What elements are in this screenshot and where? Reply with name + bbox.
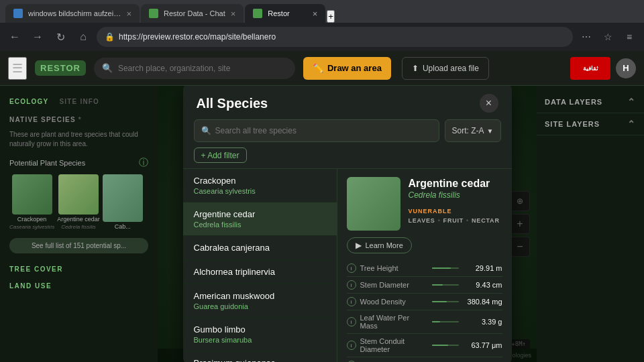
stat-bar-2 xyxy=(432,301,459,302)
species-list-item-4[interactable]: American muskwood Guarea guidonia xyxy=(183,284,337,318)
home-button[interactable]: ⌂ xyxy=(74,27,93,46)
logo-area: RESTOR xyxy=(35,60,86,76)
app-container: ☰ RESTOR 🔍 ✏️ Draw an area ⬆ Upload area… xyxy=(0,51,644,362)
species-list-item-6[interactable]: Brosimum guianense xyxy=(183,351,337,362)
species-thumb-label-1: Crackopen xyxy=(17,216,47,223)
draw-area-button[interactable]: ✏️ Draw an area xyxy=(303,57,391,80)
species-sci-5: Bursera simaruba xyxy=(194,336,326,344)
tree-cover-title: TREE COVER xyxy=(0,259,158,276)
modal-search-row: 🔍 Sort: Z-A ▼ xyxy=(183,119,512,147)
tab-close-2[interactable]: × xyxy=(231,9,236,19)
stat-row-4: i Stem Conduit Diameter 63.77 μm xyxy=(347,334,502,357)
stat-value-0: 29.91 m xyxy=(466,264,502,272)
sort-dropdown[interactable]: Sort: Z-A ▼ xyxy=(445,119,501,142)
species-tag-sep-1: • xyxy=(466,217,469,224)
modal-header: All Species × xyxy=(183,86,512,119)
species-list-item-1[interactable]: Argentine cedar Cedrela fissilis xyxy=(183,202,337,236)
modal-body: Crackopen Casearia sylvestris Argentine … xyxy=(183,168,512,362)
upload-area-button[interactable]: ⬆ Upload area file xyxy=(402,57,489,80)
species-info: Argentine cedar Cedrela fissilis VUNERAB… xyxy=(409,177,502,231)
species-thumb-item-1: Crackopen Casearia sylvestris xyxy=(9,174,54,230)
species-thumb-label-3: Cab... xyxy=(115,223,131,230)
header-search[interactable]: 🔍 xyxy=(94,58,295,79)
potential-species-info-icon[interactable]: ⓘ xyxy=(139,157,148,169)
see-full-list-btn[interactable]: See full list of 151 potential sp... xyxy=(9,238,148,253)
extensions-button[interactable]: ⋯ xyxy=(577,27,596,46)
browser-tabs: windows bildschirm aufzeich... × Restor … xyxy=(0,0,644,23)
stat-row-3: i Leaf Water Per Mass 3.39 g xyxy=(347,310,502,334)
species-status-badge: VUNERABLE xyxy=(409,208,452,215)
bookmark-button[interactable]: ☆ xyxy=(598,27,617,46)
map-area[interactable]: Google ⊕ + − 8.540, -83.325 +8M↑ Kartend… xyxy=(158,86,537,362)
tab-close-1[interactable]: × xyxy=(126,9,131,19)
url-text: https://preview.restor.eco/map/site/bell… xyxy=(119,32,276,42)
native-species-desc: These are plant and tree species that co… xyxy=(0,127,158,154)
browser-tab-3[interactable]: Restor × xyxy=(245,4,325,23)
modal-close-button[interactable]: × xyxy=(480,94,498,113)
pencil-icon: ✏️ xyxy=(313,63,323,73)
species-thumb-label-2: Argentine cedar xyxy=(57,216,100,223)
menu-button[interactable]: ≡ xyxy=(620,27,639,46)
site-layers-item[interactable]: SITE LAYERS ⌃ xyxy=(537,113,644,135)
add-filter-button[interactable]: + Add filter xyxy=(194,147,247,163)
tab-label-2: Restor Data - Chat xyxy=(164,9,225,17)
lock-icon: 🔒 xyxy=(105,32,115,42)
modal-search-input[interactable] xyxy=(215,126,432,135)
hamburger-button[interactable]: ☰ xyxy=(8,57,27,80)
reload-button[interactable]: ↻ xyxy=(51,27,70,46)
species-tag-0: LEAVES xyxy=(409,217,435,224)
stat-value-3: 3.39 g xyxy=(466,318,502,326)
species-thumb-sci-1: Casearia sylvestris xyxy=(9,224,54,230)
potential-species-label: Potential Plant Species xyxy=(9,159,85,167)
chevron-down-icon: ▼ xyxy=(487,127,494,135)
species-thumbnail-1 xyxy=(12,174,52,215)
back-button[interactable]: ← xyxy=(5,27,24,46)
stat-info-icon-4: i xyxy=(347,341,356,350)
stat-value-4: 63.77 μm xyxy=(466,341,502,349)
address-bar[interactable]: 🔒 https://preview.restor.eco/map/site/be… xyxy=(97,27,573,47)
app-body: ECOLOGY SITE INFO NATIVE SPECIES * These… xyxy=(0,86,644,362)
species-thumb-sci-2: Cedrela fissilis xyxy=(61,224,96,230)
species-common-2: Cabralea canjerana xyxy=(194,243,326,253)
stat-info-icon-2: i xyxy=(347,297,356,306)
learn-more-label: Learn More xyxy=(366,241,403,249)
species-thumb-item-2: Argentine cedar Cedrela fissilis xyxy=(57,174,100,230)
species-list-item-5[interactable]: Gumbo limbo Bursera simaruba xyxy=(183,318,337,351)
learn-more-icon: ▶ xyxy=(356,241,362,250)
browser-tab-2[interactable]: Restor Data - Chat × xyxy=(141,4,244,23)
stat-info-icon-3: i xyxy=(347,317,356,326)
species-common-6: Brosimum guianense xyxy=(194,358,326,362)
native-species-title: NATIVE SPECIES * xyxy=(0,112,158,127)
stat-label-1: Stem Diameter xyxy=(360,281,428,289)
user-avatar[interactable]: H xyxy=(616,58,636,78)
ecology-tab[interactable]: ECOLOGY xyxy=(9,98,48,105)
stat-bar-fill-2 xyxy=(432,301,447,302)
data-layers-item[interactable]: DATA LAYERS ⌃ xyxy=(537,91,644,113)
stat-label-0: Tree Height xyxy=(360,264,428,272)
app-header: ☰ RESTOR 🔍 ✏️ Draw an area ⬆ Upload area… xyxy=(0,51,644,86)
site-info-tab[interactable]: SITE INFO xyxy=(59,98,99,105)
modal-search-icon: 🔍 xyxy=(201,126,211,135)
species-stats-list: i Tree Height 29.91 m i Stem Diameter xyxy=(347,260,502,362)
species-common-0: Crackopen xyxy=(194,176,326,186)
browser-tab-1[interactable]: windows bildschirm aufzeich... × xyxy=(5,4,140,23)
stat-row-1: i Stem Diameter 9.43 cm xyxy=(347,277,502,294)
stat-row-0: i Tree Height 29.91 m xyxy=(347,260,502,277)
stat-info-icon-1: i xyxy=(347,280,356,290)
header-search-input[interactable] xyxy=(118,64,287,73)
forward-button[interactable]: → xyxy=(28,27,47,46)
stat-label-4: Stem Conduit Diameter xyxy=(360,337,428,353)
left-sidebar: ECOLOGY SITE INFO NATIVE SPECIES * These… xyxy=(0,86,158,362)
potential-species-header: Potential Plant Species ⓘ xyxy=(0,154,158,172)
species-list-item-2[interactable]: Cabralea canjerana xyxy=(183,236,337,260)
species-list-item-3[interactable]: Alchornea triplinervia xyxy=(183,260,337,284)
new-tab-button[interactable]: + xyxy=(327,10,335,23)
species-list-item-0[interactable]: Crackopen Casearia sylvestris xyxy=(183,169,337,202)
stat-bar-0 xyxy=(432,267,459,269)
modal-search-bar[interactable]: 🔍 xyxy=(194,119,439,142)
tab-close-3[interactable]: × xyxy=(313,9,318,19)
app-logo: RESTOR xyxy=(35,60,86,76)
learn-more-button[interactable]: ▶ Learn More xyxy=(347,237,412,253)
stat-bar-fill-4 xyxy=(432,345,448,346)
species-common-1: Argentine cedar xyxy=(194,209,326,219)
